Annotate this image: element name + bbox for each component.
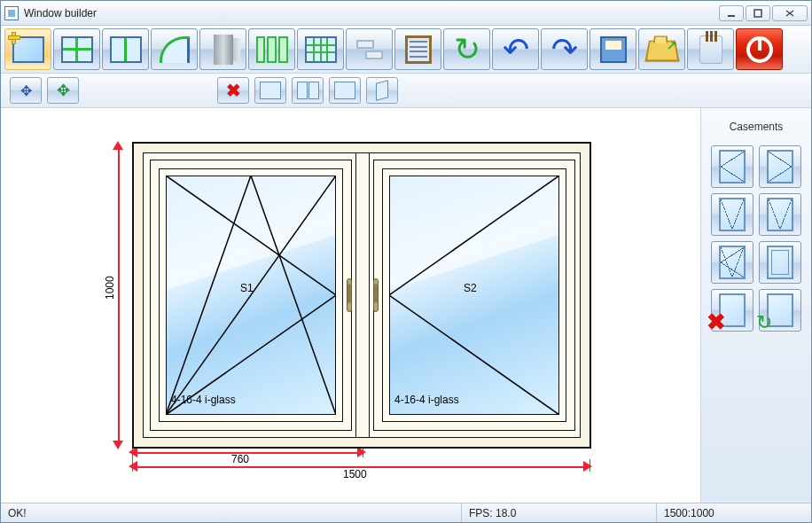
refresh-icon: ↻ xyxy=(454,34,480,66)
corner-join-icon xyxy=(356,36,383,63)
casement-open-right-button[interactable] xyxy=(759,145,801,188)
dim-total-arrow-r xyxy=(583,461,592,472)
side-panel: Casements ✖ ↻ xyxy=(701,108,811,503)
new-window-button[interactable] xyxy=(4,28,51,70)
profile-icon xyxy=(214,35,233,65)
casement-tilt-2-icon xyxy=(767,198,793,231)
close-button[interactable] xyxy=(772,5,808,21)
delete-icon: ✖ xyxy=(226,80,241,101)
properties-list-button[interactable] xyxy=(394,28,441,70)
measure-move-button[interactable]: ✥ xyxy=(10,77,42,104)
split-horizontal-button[interactable] xyxy=(53,28,100,70)
styles-button[interactable] xyxy=(687,28,734,70)
casement-grid: ✖ ↻ xyxy=(711,145,801,332)
close-icon xyxy=(785,9,795,18)
align-icon xyxy=(297,82,308,99)
glass-left[interactable] xyxy=(166,176,336,415)
x-icon: ✖ xyxy=(707,308,726,336)
power-icon xyxy=(746,36,773,63)
dim-arrow-up xyxy=(113,141,123,150)
mirror-button[interactable] xyxy=(366,77,398,104)
status-dims: 1500:1000 xyxy=(657,503,811,522)
dim-left-label: 760 xyxy=(231,453,249,465)
zoom-icon xyxy=(334,82,355,99)
open-button[interactable]: ↗ xyxy=(638,28,685,70)
dimension-icon xyxy=(260,82,281,99)
undo-icon: ↶ xyxy=(503,34,529,66)
split-vertical-button[interactable] xyxy=(102,28,149,70)
sash-left-label: S1 xyxy=(240,282,254,294)
sash-right-label: S2 xyxy=(464,282,477,294)
save-icon xyxy=(600,36,627,63)
dim-total-label: 1500 xyxy=(343,468,367,480)
casement-open-right-icon xyxy=(767,150,793,183)
multi-door-button[interactable] xyxy=(248,28,295,70)
arc-shape-icon xyxy=(160,36,190,63)
delete-button[interactable]: ✖ xyxy=(217,77,249,104)
dimension-edit-button[interactable] xyxy=(254,77,286,104)
casement-tilt-1-button[interactable] xyxy=(711,193,753,236)
new-window-icon xyxy=(12,36,44,63)
svg-rect-1 xyxy=(754,10,761,17)
grid-muntins-button[interactable] xyxy=(297,28,344,70)
split-horizontal-icon xyxy=(61,36,93,63)
grid-muntins-icon xyxy=(305,36,337,63)
app-icon xyxy=(4,6,19,20)
casement-open-left-icon xyxy=(719,150,746,183)
app-window: Window builder ↻ ↶ ↶ ↗ ✥ ✥ xyxy=(0,0,812,523)
casement-fixed-button[interactable] xyxy=(759,241,801,284)
brush-icon xyxy=(699,35,722,64)
casement-reset-button[interactable]: ↻ xyxy=(759,289,801,332)
refresh-button[interactable]: ↻ xyxy=(443,28,490,70)
minimize-button[interactable] xyxy=(719,5,744,21)
redo-icon: ↶ xyxy=(551,34,578,66)
glass-left-spec: 4-16-4 i-glass xyxy=(171,394,236,406)
split-vertical-icon xyxy=(110,36,142,63)
maximize-icon xyxy=(753,9,762,18)
secondary-toolbar: ✥ ✥ ✖ xyxy=(1,74,811,108)
zoom-area-button[interactable] xyxy=(329,77,361,104)
reset-icon: ↻ xyxy=(756,311,772,334)
multi-door-icon xyxy=(256,36,288,63)
drawing: 1000 1500 760 xyxy=(15,122,686,485)
canvas[interactable]: 1000 1500 760 xyxy=(1,108,701,503)
titlebar: Window builder xyxy=(1,1,811,26)
mirror-icon xyxy=(376,80,388,100)
minimize-icon xyxy=(727,9,736,18)
handle-right[interactable] xyxy=(373,278,379,312)
casement-fixed-icon xyxy=(767,246,793,279)
move-icon: ✥ xyxy=(57,81,70,100)
casement-tilt-1-icon xyxy=(719,198,746,231)
dim-height-label: 1000 xyxy=(104,276,116,300)
dim-total-arrow-l xyxy=(129,461,137,472)
casement-tilt-turn-button[interactable] xyxy=(711,241,753,284)
move-free-button[interactable]: ✥ xyxy=(47,77,79,104)
corner-join-button[interactable] xyxy=(346,28,393,70)
undo-button[interactable]: ↶ xyxy=(492,28,539,70)
dim-height-line xyxy=(118,144,120,446)
casement-tilt-2-button[interactable] xyxy=(759,193,801,236)
casement-open-left-button[interactable] xyxy=(711,145,753,188)
handle-left[interactable] xyxy=(347,278,352,312)
maximize-button[interactable] xyxy=(746,5,770,21)
status-fps: FPS: 18.0 xyxy=(462,503,657,522)
profile-button[interactable] xyxy=(199,28,246,70)
main-toolbar: ↻ ↶ ↶ ↗ xyxy=(1,26,811,74)
casement-remove-button[interactable]: ✖ xyxy=(711,289,753,332)
align-windows-button[interactable] xyxy=(292,77,324,104)
statusbar: OK! FPS: 18.0 1500:1000 xyxy=(1,503,811,522)
casement-tilt-turn-icon xyxy=(719,246,746,279)
redo-button[interactable]: ↶ xyxy=(541,28,588,70)
save-button[interactable] xyxy=(589,28,636,70)
glass-right-spec: 4-16-4 i-glass xyxy=(394,394,459,406)
power-button[interactable] xyxy=(736,28,783,70)
dim-arrow-down xyxy=(113,441,123,449)
glass-right[interactable] xyxy=(389,176,559,415)
workspace: 1000 1500 760 xyxy=(1,108,811,503)
status-text: OK! xyxy=(1,503,462,522)
mullion[interactable] xyxy=(355,152,370,438)
crosshair-icon: ✥ xyxy=(20,82,32,99)
open-icon: ↗ xyxy=(644,40,679,61)
arc-shape-button[interactable] xyxy=(151,28,198,70)
side-panel-title: Casements xyxy=(730,113,784,145)
